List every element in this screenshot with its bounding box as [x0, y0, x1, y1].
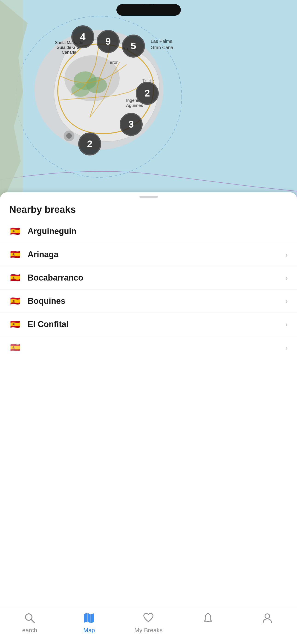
map-icon	[83, 612, 95, 624]
break-name-boquines: Boquines	[28, 296, 285, 306]
cluster-marker-3[interactable]: 3	[120, 113, 143, 136]
list-item[interactable]: 🇪🇸 ›	[0, 336, 297, 359]
chevron-right-icon: ›	[285, 274, 288, 282]
heart-icon	[142, 612, 155, 624]
list-item[interactable]: 🇪🇸 Boquines ›	[0, 290, 297, 313]
cluster-marker-4[interactable]: 4	[71, 25, 94, 48]
spain-flag-icon: 🇪🇸	[9, 342, 21, 354]
cluster-marker-9[interactable]: 9	[97, 30, 120, 53]
tab-item-search[interactable]: earch	[7, 612, 53, 634]
cluster-marker-5[interactable]: 5	[122, 34, 145, 58]
tab-label-search: earch	[22, 627, 37, 634]
svg-line-12	[31, 619, 34, 622]
list-item[interactable]: 🇪🇸 Arinaga ›	[0, 243, 297, 266]
break-name-el-confital: El Confital	[28, 320, 285, 329]
dynamic-island	[116, 4, 181, 16]
spain-flag-icon: 🇪🇸	[9, 295, 21, 307]
break-name-arguineguin: Arguineguin	[28, 226, 288, 236]
sheet-handle[interactable]	[139, 196, 158, 198]
spain-flag-icon: 🇪🇸	[9, 248, 21, 260]
tab-label-map: Map	[83, 627, 95, 634]
spain-flag-icon: 🇪🇸	[9, 272, 21, 284]
spain-flag-icon: 🇪🇸	[9, 225, 21, 237]
chevron-right-icon: ›	[285, 344, 288, 352]
tab-item-profile[interactable]	[244, 612, 290, 627]
break-list: 🇪🇸 Arguineguin 🇪🇸 Arinaga › 🇪🇸 Bocabarra…	[0, 220, 297, 359]
svg-marker-13	[84, 613, 94, 623]
svg-point-10	[66, 133, 72, 139]
spain-flag-icon: 🇪🇸	[9, 318, 21, 330]
map-area[interactable]: Santa María de Guía de Gran Canaria Las …	[0, 0, 297, 207]
list-item[interactable]: 🇪🇸 Arguineguin	[0, 220, 297, 243]
nearby-breaks-title: Nearby breaks	[0, 198, 297, 220]
person-icon	[261, 612, 274, 624]
phone-container: Santa María de Guía de Gran Canaria Las …	[0, 0, 297, 644]
tab-item-alerts[interactable]	[185, 612, 231, 627]
tab-item-my-breaks[interactable]: My Breaks	[125, 612, 171, 634]
chevron-right-icon: ›	[285, 250, 288, 259]
search-icon	[23, 612, 36, 624]
break-name-arinaga: Arinaga	[28, 250, 285, 259]
tab-bar: earch Map My Breaks	[0, 607, 297, 644]
chevron-right-icon: ›	[285, 297, 288, 306]
svg-point-8	[71, 83, 90, 97]
list-item[interactable]: 🇪🇸 El Confital ›	[0, 313, 297, 336]
chevron-right-icon: ›	[285, 320, 288, 329]
tab-item-map[interactable]: Map	[66, 612, 112, 634]
cluster-marker-2a[interactable]: 2	[136, 82, 159, 105]
bell-icon	[202, 612, 214, 624]
svg-point-16	[265, 614, 270, 618]
list-item[interactable]: 🇪🇸 Bocabarranco ›	[0, 266, 297, 290]
cluster-marker-2b[interactable]: 2	[78, 132, 101, 156]
tab-label-my-breaks: My Breaks	[134, 627, 163, 634]
bottom-sheet: Nearby breaks 🇪🇸 Arguineguin 🇪🇸 Arinaga …	[0, 192, 297, 644]
break-name-bocabarranco: Bocabarranco	[28, 273, 285, 282]
